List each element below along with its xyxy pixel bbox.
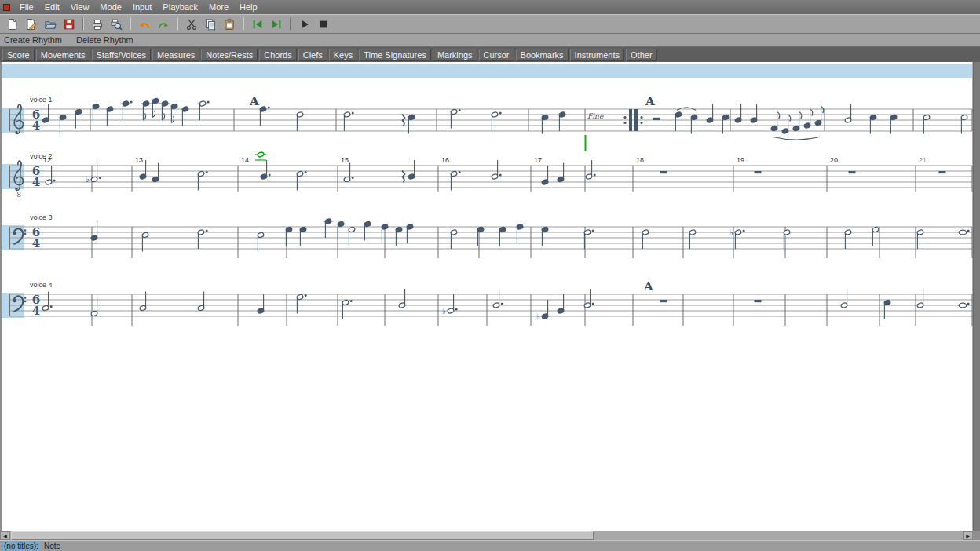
- copy-button[interactable]: [202, 16, 219, 32]
- note[interactable]: [706, 104, 713, 123]
- go-to-start-button[interactable]: [249, 16, 266, 32]
- rehearsal-mark[interactable]: A: [643, 279, 653, 294]
- note[interactable]: [42, 104, 49, 123]
- measure-rest[interactable]: [939, 171, 946, 173]
- tab-other[interactable]: Other: [626, 49, 657, 61]
- note[interactable]: [516, 224, 523, 243]
- delete-rhythm-button[interactable]: Delete Rhythm: [76, 35, 133, 45]
- tab-keys[interactable]: Keys: [329, 49, 357, 61]
- svg-text:♭: ♭: [442, 306, 446, 316]
- note[interactable]: [121, 100, 133, 120]
- tab-staffs-voices[interactable]: Staffs/Voices: [92, 49, 151, 61]
- redo-button[interactable]: [155, 16, 172, 32]
- note[interactable]: [296, 111, 303, 131]
- time-signature-denominator[interactable]: 4: [32, 304, 40, 318]
- undo-button[interactable]: [136, 16, 153, 32]
- note[interactable]: [106, 106, 113, 126]
- note[interactable]: [541, 166, 548, 185]
- tab-clefs[interactable]: Clefs: [298, 49, 327, 61]
- time-signature-denominator[interactable]: 4: [32, 119, 40, 133]
- insert-mode-toolbar: ScoreMovementsStaffs/VoicesMeasuresNotes…: [0, 47, 980, 62]
- menu-view[interactable]: View: [65, 1, 95, 13]
- play-button[interactable]: [296, 16, 313, 32]
- measure-rest[interactable]: [755, 300, 762, 302]
- score-text[interactable]: Fine: [587, 112, 604, 120]
- tab-markings[interactable]: Markings: [433, 49, 477, 61]
- note[interactable]: [160, 100, 170, 120]
- menu-file[interactable]: File: [14, 1, 39, 13]
- tab-time-signatures[interactable]: Time Signatures: [359, 49, 431, 61]
- note[interactable]: [750, 104, 757, 123]
- measure-rest[interactable]: [849, 171, 856, 173]
- stop-button[interactable]: [315, 16, 332, 32]
- open-document-button[interactable]: [42, 16, 59, 32]
- note[interactable]: [844, 104, 851, 123]
- note[interactable]: [840, 289, 847, 308]
- menu-playback[interactable]: Playback: [157, 1, 203, 13]
- measure-rest[interactable]: [660, 300, 667, 302]
- note[interactable]: [406, 224, 413, 243]
- note[interactable]: [916, 229, 923, 249]
- rehearsal-mark[interactable]: A: [249, 94, 259, 108]
- note[interactable]: [642, 229, 649, 249]
- selected-note[interactable]: [255, 151, 266, 160]
- note[interactable]: [181, 106, 188, 126]
- scroll-right-button[interactable]: ▶: [963, 531, 973, 540]
- application-window: FileEditViewModeInputPlaybackMoreHelp Cr…: [0, 0, 980, 551]
- note[interactable]: [734, 104, 741, 123]
- tab-bookmarks[interactable]: Bookmarks: [516, 49, 569, 61]
- tab-movements[interactable]: Movements: [36, 49, 90, 61]
- rehearsal-mark[interactable]: A: [645, 94, 655, 108]
- cut-button[interactable]: [183, 16, 200, 32]
- new-document-button[interactable]: [4, 16, 21, 32]
- measure-number: 13: [135, 156, 143, 164]
- menu-edit[interactable]: Edit: [39, 1, 65, 13]
- go-to-end-button[interactable]: [268, 16, 285, 32]
- tab-notes-rests[interactable]: Notes/Rests: [201, 49, 258, 61]
- note[interactable]: ♭: [536, 300, 549, 321]
- paste-icon: [223, 18, 236, 31]
- menu-mode[interactable]: Mode: [94, 1, 127, 13]
- print-preview-button[interactable]: [108, 16, 125, 32]
- half-rest[interactable]: [653, 118, 660, 120]
- time-signature-denominator[interactable]: 4: [32, 236, 40, 250]
- scroll-left-button[interactable]: ◀: [0, 531, 10, 540]
- tab-cursor[interactable]: Cursor: [479, 49, 514, 61]
- note[interactable]: [675, 111, 682, 131]
- note[interactable]: [257, 294, 264, 314]
- menu-help[interactable]: Help: [234, 1, 263, 13]
- note[interactable]: [450, 229, 457, 249]
- create-rhythm-button[interactable]: Create Rhythm: [4, 35, 62, 45]
- note[interactable]: [198, 100, 210, 120]
- horizontal-scrollbar[interactable]: ◀ ▶: [0, 531, 980, 540]
- score-view[interactable]: 64voice 1AAFine864voice 2121314151617181…: [0, 62, 980, 531]
- note[interactable]: [916, 289, 923, 308]
- note[interactable]: [558, 111, 565, 131]
- print-button[interactable]: [89, 16, 106, 32]
- tab-instruments[interactable]: Instruments: [570, 49, 624, 61]
- note[interactable]: [141, 100, 152, 120]
- note[interactable]: [408, 160, 415, 180]
- save-document-button[interactable]: [60, 16, 78, 32]
- tab-chords[interactable]: Chords: [259, 49, 296, 61]
- measure-rest[interactable]: [755, 171, 762, 173]
- note[interactable]: [689, 229, 696, 249]
- staff-voice-4: 64voice 4♭♭A: [2, 279, 972, 326]
- note[interactable]: [557, 294, 564, 314]
- tab-measures[interactable]: Measures: [152, 49, 199, 61]
- note[interactable]: [398, 289, 405, 308]
- note[interactable]: [783, 229, 790, 249]
- save-as-button[interactable]: [23, 16, 40, 32]
- note[interactable]: [324, 218, 334, 238]
- measure-number: 12: [43, 156, 51, 164]
- menu-more[interactable]: More: [203, 1, 234, 13]
- paste-button[interactable]: [221, 16, 238, 32]
- menu-input[interactable]: Input: [127, 1, 157, 13]
- note[interactable]: [844, 229, 851, 249]
- measure-rest[interactable]: [660, 171, 667, 173]
- tab-score[interactable]: Score: [2, 49, 35, 61]
- scrollbar-thumb[interactable]: [11, 531, 594, 540]
- score-canvas[interactable]: 64voice 1AAFine864voice 2121314151617181…: [0, 62, 980, 531]
- note[interactable]: ♭: [442, 294, 458, 316]
- time-signature-denominator[interactable]: 4: [32, 175, 40, 189]
